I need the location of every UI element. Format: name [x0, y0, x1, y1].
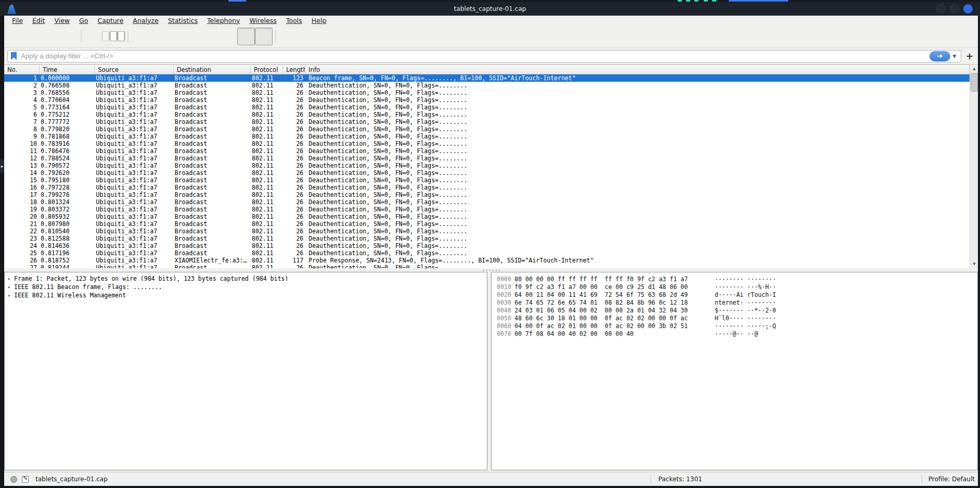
hex-row[interactable]: 0060 04 00 0f ac 02 01 00 00 0f ac 02 00…: [492, 322, 977, 330]
scroll-down-icon[interactable]: [970, 260, 978, 268]
hex-row[interactable]: 0030 6e 74 65 72 6e 65 74 01 08 82 84 8b…: [492, 299, 977, 307]
capture-options-button[interactable]: [60, 28, 78, 45]
menu-statistics[interactable]: Statistics: [163, 17, 202, 24]
menu-edit[interactable]: Edit: [28, 17, 50, 24]
go-forward-button[interactable]: [166, 28, 184, 45]
stop-capture-button[interactable]: [25, 28, 43, 45]
col-source[interactable]: Source: [95, 65, 174, 74]
detail-tree-row[interactable]: Frame 1: Packet, 123 bytes on wire (984 …: [5, 274, 487, 283]
reload-file-button[interactable]: [117, 31, 125, 41]
status-profile[interactable]: Profile: Default: [922, 475, 975, 483]
auto-scroll-toggle[interactable]: [237, 28, 255, 45]
save-file-button[interactable]: [102, 31, 109, 41]
col-length[interactable]: Length: [283, 65, 305, 74]
packet-row[interactable]: 17 0.799276 Ubiquiti_a3:f1:a7 Broadcast …: [4, 191, 970, 198]
expander-icon[interactable]: [8, 283, 14, 291]
packet-row[interactable]: 25 0.817196 Ubiquiti_a3:f1:a7 Broadcast …: [4, 249, 970, 257]
col-no[interactable]: No.: [4, 65, 40, 74]
resize-columns-button[interactable]: [332, 28, 349, 45]
packet-row[interactable]: 19 0.803372 Ubiquiti_a3:f1:a7 Broadcast …: [4, 206, 970, 213]
menu-help[interactable]: Help: [307, 17, 332, 24]
plus-icon[interactable]: [964, 51, 975, 61]
toolbar-separator[interactable]: [128, 30, 128, 43]
scrollbar-thumb[interactable]: [971, 73, 978, 92]
packet-row[interactable]: 23 0.812588 Ubiquiti_a3:f1:a7 Broadcast …: [4, 235, 970, 242]
packet-row[interactable]: 8 0.779820 Ubiquiti_a3:f1:a7 Broadcast 8…: [4, 126, 970, 133]
packet-row[interactable]: 10 0.783916 Ubiquiti_a3:f1:a7 Broadcast …: [4, 140, 970, 147]
packet-row[interactable]: 2 0.766508 Ubiquiti_a3:f1:a7 Broadcast 8…: [4, 82, 970, 89]
go-last-packet-button[interactable]: [219, 28, 237, 45]
find-packet-button[interactable]: [131, 28, 149, 45]
colorize-toggle[interactable]: [255, 28, 273, 45]
packet-row[interactable]: 22 0.810540 Ubiquiti_a3:f1:a7 Broadcast …: [4, 228, 970, 235]
menu-view[interactable]: View: [50, 17, 75, 24]
hex-row[interactable]: 0020 64 00 11 04 00 11 41 69 72 54 6f 75…: [492, 291, 977, 299]
close-button[interactable]: [963, 4, 973, 14]
menu-analyze[interactable]: Analyze: [128, 17, 163, 24]
packet-row[interactable]: 21 0.807980 Ubiquiti_a3:f1:a7 Broadcast …: [4, 220, 970, 228]
expander-icon[interactable]: [8, 274, 14, 283]
detail-tree-row[interactable]: IEEE 802.11 Beacon frame, Flags: .......…: [5, 283, 487, 291]
packet-row[interactable]: 13 0.790572 Ubiquiti_a3:f1:a7 Broadcast …: [4, 162, 970, 169]
packet-row[interactable]: 1 0.000000 Ubiquiti_a3:f1:a7 Broadcast 8…: [4, 74, 970, 82]
go-first-packet-button[interactable]: [202, 28, 219, 45]
close-file-button[interactable]: [109, 31, 117, 41]
packet-row[interactable]: 4 0.770604 Ubiquiti_a3:f1:a7 Broadcast 8…: [4, 96, 970, 104]
bookmark-icon[interactable]: [11, 52, 17, 60]
packet-row[interactable]: 27 0.819244 Ubiquiti_a3:f1:a7 Broadcast …: [4, 264, 970, 268]
col-info[interactable]: Info: [305, 65, 970, 74]
toolbar-separator[interactable]: [275, 30, 276, 43]
packet-list-scrollbar[interactable]: [970, 65, 978, 268]
start-capture-button[interactable]: [7, 28, 25, 45]
menu-capture[interactable]: Capture: [93, 17, 128, 24]
packet-row[interactable]: 26 0.818752 Ubiquiti_a3:f1:a7 XIAOMIElec…: [4, 257, 970, 264]
open-file-button[interactable]: [84, 28, 102, 45]
zoom-in-button[interactable]: [278, 28, 296, 45]
menu-tools[interactable]: Tools: [281, 17, 307, 24]
capture-comment-icon[interactable]: [22, 476, 29, 483]
hex-row[interactable]: 0040 24 03 01 06 05 04 00 02 00 00 2a 01…: [492, 307, 977, 315]
packet-row[interactable]: 5 0.773164 Ubiquiti_a3:f1:a7 Broadcast 8…: [4, 104, 970, 111]
menu-file[interactable]: File: [7, 17, 28, 24]
hex-row[interactable]: 0050 48 60 6c 30 18 01 00 00 0f ac 02 02…: [492, 315, 977, 322]
col-time[interactable]: Time: [40, 65, 95, 74]
packet-row[interactable]: 3 0.768556 Ubiquiti_a3:f1:a7 Broadcast 8…: [4, 89, 970, 96]
col-protocol[interactable]: Protocol: [251, 65, 283, 74]
zoom-reset-button[interactable]: [314, 28, 332, 45]
packet-row[interactable]: 18 0.801324 Ubiquiti_a3:f1:a7 Broadcast …: [4, 198, 970, 206]
menu-telephony[interactable]: Telephony: [202, 17, 244, 24]
hex-row[interactable]: 0000 80 00 00 00 ff ff ff ff ff ff f0 9f…: [492, 276, 977, 283]
hex-row[interactable]: 0010 f0 9f c2 a3 f1 a7 00 00 ce 00 c9 25…: [492, 283, 977, 291]
detail-tree-row[interactable]: IEEE 802.11 Wireless Management: [5, 291, 487, 299]
packet-row[interactable]: 11 0.786476 Ubiquiti_a3:f1:a7 Broadcast …: [4, 147, 970, 155]
minimize-button[interactable]: [936, 4, 946, 14]
menu-wireless[interactable]: Wireless: [244, 17, 281, 24]
packet-row[interactable]: 15 0.795180 Ubiquiti_a3:f1:a7 Broadcast …: [4, 177, 970, 184]
go-back-button[interactable]: [149, 28, 166, 45]
packet-row[interactable]: 12 0.788524 Ubiquiti_a3:f1:a7 Broadcast …: [4, 155, 970, 162]
layout-button[interactable]: [349, 28, 367, 45]
packet-row[interactable]: 24 0.814636 Ubiquiti_a3:f1:a7 Broadcast …: [4, 242, 970, 249]
packet-row[interactable]: 16 0.797228 Ubiquiti_a3:f1:a7 Broadcast …: [4, 184, 970, 191]
packet-row[interactable]: 9 0.781868 Ubiquiti_a3:f1:a7 Broadcast 8…: [4, 133, 970, 140]
packet-row[interactable]: 7 0.777772 Ubiquiti_a3:f1:a7 Broadcast 8…: [4, 118, 970, 126]
toolbar-separator[interactable]: [81, 30, 81, 43]
maximize-button[interactable]: [950, 4, 959, 14]
col-destination[interactable]: Destination: [174, 65, 251, 74]
menu-go[interactable]: Go: [75, 17, 93, 24]
zoom-out-button[interactable]: [296, 28, 314, 45]
apply-arrow-icon[interactable]: [929, 51, 950, 61]
restart-capture-button[interactable]: [43, 28, 60, 45]
scroll-up-icon[interactable]: [970, 65, 978, 73]
display-filter-input[interactable]: [21, 52, 929, 60]
hex-row[interactable]: 0070 00 7f 08 04 00 40 02 00 00 00 40 ··…: [492, 330, 977, 338]
packet-row[interactable]: 20 0.805932 Ubiquiti_a3:f1:a7 Broadcast …: [4, 213, 970, 220]
expert-info-icon[interactable]: [10, 476, 17, 483]
chevron-down-icon[interactable]: [950, 54, 959, 59]
expander-icon[interactable]: [8, 291, 14, 299]
panel-expand-icon[interactable]: [0, 159, 4, 173]
packet-row[interactable]: 6 0.775212 Ubiquiti_a3:f1:a7 Broadcast 8…: [4, 111, 970, 118]
pane-splitter[interactable]: [4, 268, 978, 272]
packet-row[interactable]: 14 0.792620 Ubiquiti_a3:f1:a7 Broadcast …: [4, 169, 970, 177]
go-to-packet-button[interactable]: [184, 28, 202, 45]
